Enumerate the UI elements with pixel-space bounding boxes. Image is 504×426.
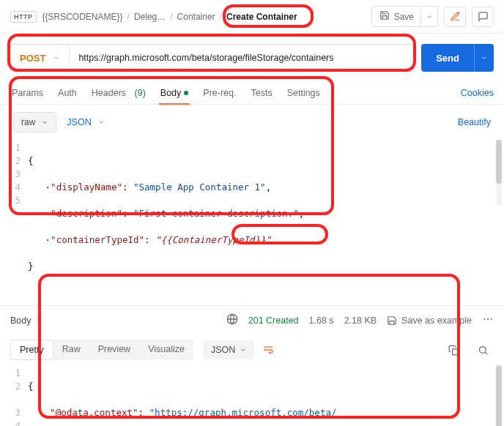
view-pretty[interactable]: Pretty bbox=[10, 340, 53, 360]
network-icon[interactable] bbox=[226, 313, 238, 327]
tab-body[interactable]: Body bbox=[159, 82, 190, 104]
response-body-tab[interactable]: Body bbox=[10, 315, 43, 326]
response-body-viewer[interactable]: 12 3456789 { "@odata.context": "https://… bbox=[0, 365, 504, 426]
request-tabs: Params Auth Headers (9) Body Pre-req. Te… bbox=[0, 78, 504, 105]
scrollbar[interactable] bbox=[496, 140, 502, 206]
cookies-link[interactable]: Cookies bbox=[461, 88, 494, 98]
tab-headers[interactable]: Headers (9) bbox=[90, 82, 147, 104]
search-button[interactable] bbox=[472, 340, 494, 360]
tab-tests[interactable]: Tests bbox=[249, 82, 273, 104]
body-type-select[interactable]: raw bbox=[13, 112, 56, 132]
chevron-down-icon bbox=[41, 119, 48, 126]
method-select[interactable]: POST bbox=[11, 45, 70, 71]
save-button[interactable]: Save bbox=[371, 6, 422, 27]
changes-dot-icon bbox=[184, 91, 188, 95]
save-label: Save bbox=[394, 12, 414, 22]
view-preview[interactable]: Preview bbox=[89, 340, 139, 360]
body-language-select[interactable]: JSON bbox=[67, 117, 104, 127]
svg-rect-5 bbox=[452, 348, 458, 354]
tab-prereq[interactable]: Pre-req. bbox=[201, 82, 237, 104]
svg-point-1 bbox=[483, 318, 485, 320]
response-language-select[interactable]: JSON bbox=[204, 340, 254, 359]
tab-settings[interactable]: Settings bbox=[286, 82, 322, 104]
response-time: 1.68 s bbox=[309, 315, 334, 326]
send-dropdown[interactable] bbox=[474, 44, 494, 72]
breadcrumb-item[interactable]: Deleg… bbox=[134, 12, 166, 22]
view-raw[interactable]: Raw bbox=[53, 340, 89, 360]
scrollbar[interactable] bbox=[496, 365, 502, 426]
svg-line-7 bbox=[485, 352, 487, 354]
request-body-editor[interactable]: 12345 { ·"displayName": "Sample App Cont… bbox=[0, 140, 504, 305]
copy-button[interactable] bbox=[442, 340, 464, 360]
more-actions-button[interactable] bbox=[482, 313, 494, 327]
breadcrumb: {{SRSCODENAME}} / Deleg… / Container / C… bbox=[42, 12, 366, 22]
chevron-down-icon bbox=[481, 54, 488, 61]
breadcrumb-current: Create Container bbox=[226, 12, 297, 22]
tab-params[interactable]: Params bbox=[10, 82, 45, 104]
svg-point-2 bbox=[487, 318, 489, 320]
tab-auth[interactable]: Auth bbox=[56, 82, 78, 104]
response-header: Body 201 Created 1.68 s 2.18 KB Save as … bbox=[0, 306, 504, 335]
send-button[interactable]: Send bbox=[421, 44, 474, 72]
edit-button[interactable] bbox=[444, 7, 466, 27]
breadcrumb-sep: / bbox=[127, 12, 130, 22]
line-gutter: 12345 bbox=[0, 141, 28, 299]
breadcrumb-item[interactable]: {{SRSCODENAME}} bbox=[42, 12, 123, 22]
status-code: 201 Created bbox=[248, 315, 299, 326]
chevron-down-icon bbox=[53, 54, 60, 61]
url-input[interactable]: https://graph.microsoft.com/beta/storage… bbox=[70, 45, 413, 71]
save-dropdown[interactable] bbox=[420, 6, 438, 27]
breadcrumb-sep: / bbox=[220, 12, 222, 22]
breadcrumb-item[interactable]: Container bbox=[177, 12, 215, 22]
line-wrap-button[interactable] bbox=[257, 339, 279, 361]
comment-button[interactable] bbox=[472, 7, 494, 27]
chevron-down-icon bbox=[36, 317, 43, 324]
svg-point-6 bbox=[479, 346, 486, 353]
header: HTTP {{SRSCODENAME}} / Deleg… / Containe… bbox=[0, 0, 504, 34]
line-gutter: 12 3456789 bbox=[0, 367, 28, 426]
save-as-example-button[interactable]: Save as example bbox=[387, 315, 472, 326]
svg-point-3 bbox=[491, 318, 492, 320]
chevron-down-icon bbox=[426, 13, 433, 20]
response-view-tabs: Pretty Raw Preview Visualize JSON bbox=[0, 335, 504, 365]
breadcrumb-sep: / bbox=[170, 12, 172, 22]
beautify-link[interactable]: Beautify bbox=[458, 117, 491, 127]
http-badge: HTTP bbox=[10, 11, 37, 23]
body-controls: raw JSON Beautify bbox=[0, 105, 504, 140]
response-size: 2.18 KB bbox=[344, 315, 377, 326]
request-row: POST https://graph.microsoft.com/beta/st… bbox=[0, 34, 504, 78]
save-icon bbox=[379, 10, 390, 23]
chevron-down-icon bbox=[240, 346, 247, 354]
method-label: POST bbox=[20, 53, 45, 64]
view-visualize[interactable]: Visualize bbox=[139, 340, 193, 360]
chevron-down-icon bbox=[97, 119, 105, 126]
